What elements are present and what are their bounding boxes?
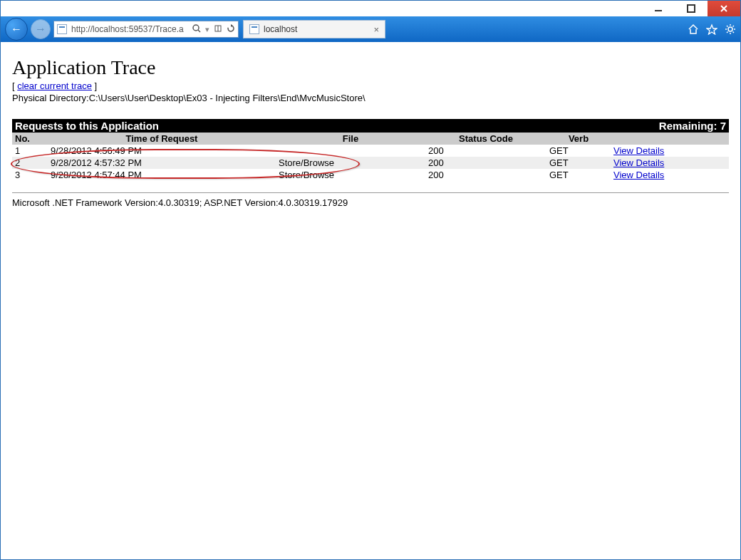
tab-close-icon[interactable]: × bbox=[373, 24, 379, 35]
back-arrow-icon: ← bbox=[11, 23, 22, 36]
address-bar[interactable]: ▾ bbox=[53, 21, 239, 38]
cell-no: 3 bbox=[12, 169, 48, 181]
section-header: Requests to this Application Remaining: … bbox=[12, 119, 729, 133]
maximize-icon bbox=[687, 4, 695, 13]
cell-verb: GET bbox=[546, 169, 611, 181]
close-icon bbox=[720, 4, 728, 13]
tab-strip: localhost × bbox=[243, 20, 685, 38]
home-icon[interactable] bbox=[688, 24, 699, 35]
col-status: Status Code bbox=[425, 133, 546, 145]
tab-label: localhost bbox=[264, 24, 297, 34]
table-row: 29/28/2012 4:57:32 PMStore/Browse200GETV… bbox=[12, 157, 729, 169]
minimize-button[interactable] bbox=[642, 1, 675, 16]
col-verb: Verb bbox=[546, 133, 611, 145]
physical-directory: Physical Directory:C:\Users\User\Desktop… bbox=[12, 93, 729, 103]
table-row: 19/28/2012 4:56:49 PM200GETView Details bbox=[12, 145, 729, 157]
physical-directory-label: Physical Directory: bbox=[12, 93, 89, 103]
clear-trace-link[interactable]: clear current trace bbox=[17, 81, 92, 91]
footer-version: Microsoft .NET Framework Version:4.0.303… bbox=[12, 197, 729, 208]
refresh-icon[interactable] bbox=[227, 24, 235, 34]
back-button[interactable]: ← bbox=[5, 18, 28, 41]
col-time: Time of Request bbox=[48, 133, 276, 145]
close-button[interactable] bbox=[708, 1, 740, 16]
section-title: Requests to this Application bbox=[15, 120, 159, 132]
cell-no: 1 bbox=[12, 145, 48, 157]
svg-rect-1 bbox=[688, 5, 695, 12]
caption-bar bbox=[1, 1, 740, 16]
cell-verb: GET bbox=[546, 157, 611, 169]
browser-window: ← → ▾ localhost bbox=[0, 0, 741, 560]
cell-status: 200 bbox=[425, 145, 546, 157]
remaining-count: Remaining: 7 bbox=[659, 120, 726, 132]
svg-line-14 bbox=[733, 26, 735, 27]
toolbar: ← → ▾ localhost bbox=[1, 16, 740, 42]
forward-button[interactable]: → bbox=[31, 19, 51, 39]
cell-time: 9/28/2012 4:57:32 PM bbox=[48, 157, 276, 169]
view-details-link[interactable]: View Details bbox=[613, 170, 664, 180]
cell-file bbox=[276, 145, 425, 157]
minimize-icon bbox=[654, 4, 663, 13]
cell-details: View Details bbox=[611, 169, 729, 181]
compat-icon[interactable] bbox=[214, 24, 222, 34]
address-input[interactable] bbox=[70, 24, 190, 35]
gear-icon[interactable] bbox=[725, 24, 736, 35]
svg-line-3 bbox=[198, 30, 200, 32]
maximize-button[interactable] bbox=[675, 1, 708, 16]
svg-point-2 bbox=[193, 25, 199, 31]
page-title: Application Trace bbox=[12, 56, 729, 79]
search-icon[interactable] bbox=[192, 24, 201, 34]
cell-file: Store/Browse bbox=[276, 157, 425, 169]
svg-point-6 bbox=[728, 27, 732, 31]
page-icon bbox=[57, 24, 67, 34]
cell-time: 9/28/2012 4:56:49 PM bbox=[48, 145, 276, 157]
cell-time: 9/28/2012 4:57:44 PM bbox=[48, 169, 276, 181]
favorites-icon[interactable] bbox=[706, 24, 717, 35]
footer-rule bbox=[12, 192, 729, 193]
col-file: File bbox=[276, 133, 425, 145]
col-details bbox=[611, 133, 729, 145]
dropdown-icon[interactable]: ▾ bbox=[205, 25, 209, 34]
tab-localhost[interactable]: localhost × bbox=[243, 20, 385, 38]
cell-file: Store/Browse bbox=[276, 169, 425, 181]
cell-verb: GET bbox=[546, 145, 611, 157]
col-no: No. bbox=[12, 133, 48, 145]
cell-status: 200 bbox=[425, 157, 546, 169]
svg-line-11 bbox=[727, 26, 728, 27]
cell-status: 200 bbox=[425, 169, 546, 181]
trace-table: No. Time of Request File Status Code Ver… bbox=[12, 133, 729, 181]
svg-rect-0 bbox=[655, 10, 662, 11]
clear-trace-wrap: [ clear current trace ] bbox=[12, 81, 729, 91]
table-row: 39/28/2012 4:57:44 PMStore/Browse200GETV… bbox=[12, 169, 729, 181]
view-details-link[interactable]: View Details bbox=[613, 145, 664, 156]
svg-line-12 bbox=[733, 32, 735, 33]
command-bar bbox=[688, 24, 736, 35]
page-content: Application Trace [ clear current trace … bbox=[1, 42, 740, 559]
address-controls: ▾ bbox=[192, 24, 235, 34]
cell-details: View Details bbox=[611, 145, 729, 157]
physical-directory-value: C:\Users\User\Desktop\Ex03 - Injecting F… bbox=[89, 93, 366, 103]
table-header-row: No. Time of Request File Status Code Ver… bbox=[12, 133, 729, 145]
cell-details: View Details bbox=[611, 157, 729, 169]
forward-arrow-icon: → bbox=[35, 23, 46, 36]
view-details-link[interactable]: View Details bbox=[613, 157, 664, 168]
page-icon bbox=[249, 24, 259, 34]
svg-line-13 bbox=[727, 32, 728, 33]
cell-no: 2 bbox=[12, 157, 48, 169]
